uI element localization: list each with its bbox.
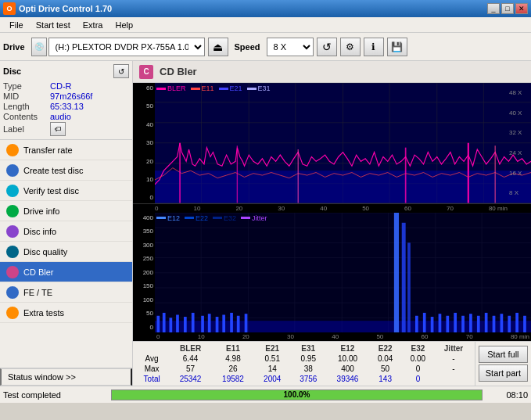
drive-icon: 💿 (31, 38, 47, 56)
max-label: Max (135, 364, 169, 374)
speed-selector[interactable]: 8 X 4 X 16 X Max (267, 38, 314, 56)
total-label: Total (135, 374, 169, 384)
minimize-button[interactable]: _ (487, 3, 500, 14)
stats-table-wrap: BLER E11 E21 E31 E12 E22 E32 Jitter (133, 342, 475, 386)
svg-rect-56 (431, 317, 434, 332)
avg-jitter: - (434, 354, 472, 364)
col-header-e32: E32 (402, 343, 435, 354)
svg-rect-60 (461, 315, 465, 332)
close-button[interactable]: ✕ (515, 3, 528, 14)
nav-create-test-disc[interactable]: Create test disc (0, 160, 132, 181)
contents-label: Contents (3, 112, 50, 121)
e12-color (156, 217, 166, 219)
menu-help[interactable]: Help (109, 19, 139, 31)
svg-rect-58 (446, 315, 449, 332)
col-header-e11: E11 (212, 343, 254, 354)
menu-start-test[interactable]: Start test (30, 19, 77, 31)
jitter-color (241, 217, 250, 219)
menu-bar: File Start test Extra Help (0, 17, 531, 33)
nav-fe-te[interactable]: FE / TE (0, 282, 132, 303)
avg-e31: 0.95 (290, 354, 326, 364)
avg-e21: 0.51 (254, 354, 290, 364)
avg-label: Avg (135, 354, 169, 364)
eject-button[interactable]: ⏏ (208, 38, 228, 56)
nav-verify-test-disc[interactable]: Verify test disc (0, 181, 132, 201)
legend-e31: E31 (247, 84, 271, 92)
disc-refresh-button[interactable]: ↺ (113, 64, 129, 78)
nav-drive-info-label: Drive info (23, 206, 59, 216)
svg-rect-45 (208, 314, 211, 332)
total-e32: 0 (402, 374, 435, 384)
svg-rect-61 (469, 314, 472, 332)
info-button[interactable]: ℹ (364, 38, 384, 56)
nav-items: Transfer rate Create test disc Verify te… (0, 140, 132, 368)
settings-button[interactable]: ⚙ (340, 38, 361, 56)
chart-icon: C (139, 65, 153, 79)
e32-color (213, 217, 222, 219)
nav-transfer-rate[interactable]: Transfer rate (0, 140, 132, 160)
total-e21: 2004 (254, 374, 290, 384)
total-e12: 39346 (326, 374, 368, 384)
legend-e12: E12 (156, 214, 180, 222)
nav-disc-quality[interactable]: Disc quality (0, 242, 132, 262)
col-header-e31: E31 (290, 343, 326, 354)
menu-extra[interactable]: Extra (77, 19, 109, 31)
cd-bler-icon (6, 266, 19, 278)
avg-e32: 0.00 (402, 354, 435, 364)
svg-rect-46 (216, 317, 219, 332)
avg-bler: 6.44 (169, 354, 211, 364)
svg-rect-59 (454, 312, 457, 332)
top-chart-container: 60 50 40 30 20 10 0 B (133, 83, 531, 204)
svg-rect-47 (222, 314, 225, 332)
e22-color (185, 217, 194, 219)
max-e22: 50 (369, 364, 402, 374)
svg-rect-63 (485, 312, 488, 332)
start-full-button[interactable]: Start full (479, 346, 528, 363)
max-jitter: - (434, 364, 472, 374)
save-button[interactable]: 💾 (387, 38, 407, 56)
mid-value: 97m26s66f (50, 92, 129, 101)
menu-file[interactable]: File (3, 19, 30, 31)
max-bler: 57 (169, 364, 211, 374)
nav-create-test-disc-label: Create test disc (23, 166, 83, 175)
bottom-chart: E12 E22 E32 (155, 213, 531, 333)
status-window-button[interactable]: Status window >> (0, 368, 132, 386)
legend-jitter: Jitter (241, 214, 267, 222)
nav-extra-tests-label: Extra tests (23, 308, 64, 318)
total-e11: 19582 (212, 374, 254, 384)
app-title: Opti Drive Control 1.70 (19, 4, 112, 13)
type-label: Type (3, 81, 50, 91)
refresh-button[interactable]: ↺ (317, 38, 337, 56)
max-e31: 38 (290, 364, 326, 374)
disc-section: Disc ↺ Type CD-R MID 97m26s66f Length 65… (0, 61, 132, 140)
svg-rect-57 (439, 314, 442, 332)
avg-e11: 4.98 (212, 354, 254, 364)
start-part-button[interactable]: Start part (479, 364, 528, 382)
drive-selector[interactable]: (H:) PLEXTOR DVDR PX-755A 1.08 (48, 38, 205, 56)
contents-value: audio (50, 112, 129, 121)
total-jitter (434, 374, 472, 384)
legend-bler: BLER (156, 84, 186, 92)
svg-rect-65 (501, 314, 504, 332)
nav-cd-bler[interactable]: CD Bler (0, 262, 132, 282)
progress-text: 100.0% (112, 390, 482, 400)
top-chart-svg (155, 83, 531, 203)
stats-max-row: Max 57 26 14 38 400 50 0 - (135, 364, 473, 374)
col-header-bler: BLER (169, 343, 211, 354)
verify-test-disc-icon (6, 185, 19, 197)
nav-drive-info[interactable]: Drive info (0, 201, 132, 221)
maximize-button[interactable]: □ (501, 3, 514, 14)
total-e22: 143 (369, 374, 402, 384)
col-header-e22: E22 (369, 343, 402, 354)
nav-extra-tests[interactable]: Extra tests (0, 303, 132, 323)
svg-rect-43 (192, 312, 195, 332)
nav-disc-info[interactable]: Disc info (0, 221, 132, 242)
legend-e22: E22 (185, 214, 208, 222)
length-value: 65:33.13 (50, 102, 129, 111)
max-e21: 14 (254, 364, 290, 374)
nav-fe-te-label: FE / TE (23, 288, 52, 297)
label-button[interactable]: 🏷 (50, 122, 66, 136)
svg-rect-62 (477, 315, 480, 332)
disc-title: Disc (3, 66, 21, 76)
svg-rect-44 (201, 315, 204, 332)
